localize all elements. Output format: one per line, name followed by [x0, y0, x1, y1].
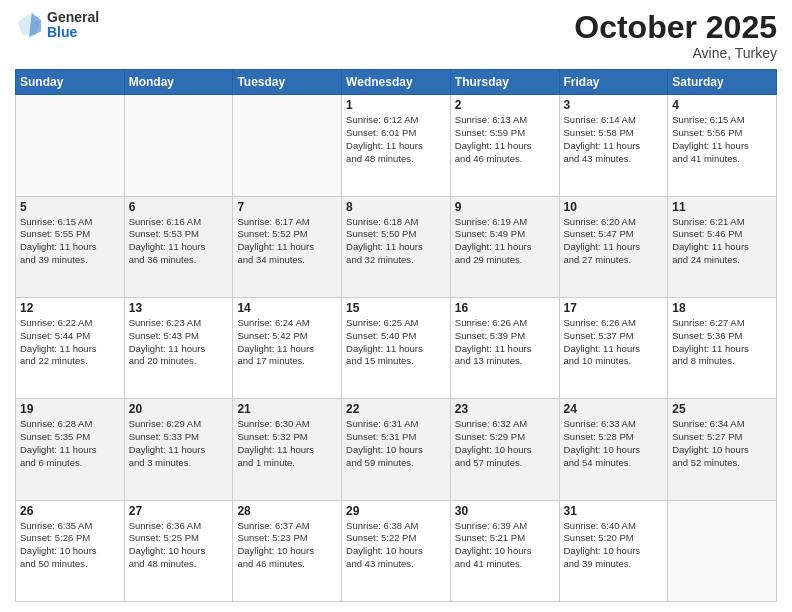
- table-row: 15Sunrise: 6:25 AM Sunset: 5:40 PM Dayli…: [342, 297, 451, 398]
- day-number: 31: [564, 504, 664, 518]
- logo-icon: [15, 11, 43, 39]
- table-row: 5Sunrise: 6:15 AM Sunset: 5:55 PM Daylig…: [16, 196, 125, 297]
- table-row: 19Sunrise: 6:28 AM Sunset: 5:35 PM Dayli…: [16, 399, 125, 500]
- day-info: Sunrise: 6:19 AM Sunset: 5:49 PM Dayligh…: [455, 216, 555, 267]
- day-number: 24: [564, 402, 664, 416]
- day-info: Sunrise: 6:27 AM Sunset: 5:36 PM Dayligh…: [672, 317, 772, 368]
- day-info: Sunrise: 6:14 AM Sunset: 5:58 PM Dayligh…: [564, 114, 664, 165]
- location-subtitle: Avine, Turkey: [574, 45, 777, 61]
- day-number: 21: [237, 402, 337, 416]
- day-info: Sunrise: 6:21 AM Sunset: 5:46 PM Dayligh…: [672, 216, 772, 267]
- day-info: Sunrise: 6:33 AM Sunset: 5:28 PM Dayligh…: [564, 418, 664, 469]
- day-info: Sunrise: 6:15 AM Sunset: 5:55 PM Dayligh…: [20, 216, 120, 267]
- table-row: 25Sunrise: 6:34 AM Sunset: 5:27 PM Dayli…: [668, 399, 777, 500]
- day-info: Sunrise: 6:40 AM Sunset: 5:20 PM Dayligh…: [564, 520, 664, 571]
- day-number: 29: [346, 504, 446, 518]
- table-row: 17Sunrise: 6:26 AM Sunset: 5:37 PM Dayli…: [559, 297, 668, 398]
- day-number: 15: [346, 301, 446, 315]
- day-number: 7: [237, 200, 337, 214]
- day-info: Sunrise: 6:26 AM Sunset: 5:39 PM Dayligh…: [455, 317, 555, 368]
- day-number: 18: [672, 301, 772, 315]
- day-number: 17: [564, 301, 664, 315]
- day-number: 19: [20, 402, 120, 416]
- day-number: 25: [672, 402, 772, 416]
- day-number: 9: [455, 200, 555, 214]
- day-number: 22: [346, 402, 446, 416]
- table-row: 16Sunrise: 6:26 AM Sunset: 5:39 PM Dayli…: [450, 297, 559, 398]
- day-number: 27: [129, 504, 229, 518]
- day-number: 1: [346, 98, 446, 112]
- day-number: 6: [129, 200, 229, 214]
- table-row: 29Sunrise: 6:38 AM Sunset: 5:22 PM Dayli…: [342, 500, 451, 601]
- table-row: 28Sunrise: 6:37 AM Sunset: 5:23 PM Dayli…: [233, 500, 342, 601]
- day-info: Sunrise: 6:26 AM Sunset: 5:37 PM Dayligh…: [564, 317, 664, 368]
- table-row: 30Sunrise: 6:39 AM Sunset: 5:21 PM Dayli…: [450, 500, 559, 601]
- day-number: 23: [455, 402, 555, 416]
- table-row: 23Sunrise: 6:32 AM Sunset: 5:29 PM Dayli…: [450, 399, 559, 500]
- day-info: Sunrise: 6:29 AM Sunset: 5:33 PM Dayligh…: [129, 418, 229, 469]
- day-info: Sunrise: 6:22 AM Sunset: 5:44 PM Dayligh…: [20, 317, 120, 368]
- day-number: 5: [20, 200, 120, 214]
- col-monday: Monday: [124, 70, 233, 95]
- table-row: 31Sunrise: 6:40 AM Sunset: 5:20 PM Dayli…: [559, 500, 668, 601]
- day-number: 28: [237, 504, 337, 518]
- col-thursday: Thursday: [450, 70, 559, 95]
- col-wednesday: Wednesday: [342, 70, 451, 95]
- day-number: 13: [129, 301, 229, 315]
- day-info: Sunrise: 6:13 AM Sunset: 5:59 PM Dayligh…: [455, 114, 555, 165]
- day-number: 12: [20, 301, 120, 315]
- day-number: 26: [20, 504, 120, 518]
- table-row: 12Sunrise: 6:22 AM Sunset: 5:44 PM Dayli…: [16, 297, 125, 398]
- logo: General Blue: [15, 10, 99, 41]
- table-row: 27Sunrise: 6:36 AM Sunset: 5:25 PM Dayli…: [124, 500, 233, 601]
- table-row: 7Sunrise: 6:17 AM Sunset: 5:52 PM Daylig…: [233, 196, 342, 297]
- day-number: 3: [564, 98, 664, 112]
- day-info: Sunrise: 6:25 AM Sunset: 5:40 PM Dayligh…: [346, 317, 446, 368]
- col-friday: Friday: [559, 70, 668, 95]
- table-row: 24Sunrise: 6:33 AM Sunset: 5:28 PM Dayli…: [559, 399, 668, 500]
- table-row: 4Sunrise: 6:15 AM Sunset: 5:56 PM Daylig…: [668, 95, 777, 196]
- table-row: 6Sunrise: 6:16 AM Sunset: 5:53 PM Daylig…: [124, 196, 233, 297]
- day-info: Sunrise: 6:12 AM Sunset: 6:01 PM Dayligh…: [346, 114, 446, 165]
- day-info: Sunrise: 6:20 AM Sunset: 5:47 PM Dayligh…: [564, 216, 664, 267]
- table-row: 8Sunrise: 6:18 AM Sunset: 5:50 PM Daylig…: [342, 196, 451, 297]
- col-sunday: Sunday: [16, 70, 125, 95]
- day-info: Sunrise: 6:17 AM Sunset: 5:52 PM Dayligh…: [237, 216, 337, 267]
- day-number: 14: [237, 301, 337, 315]
- day-info: Sunrise: 6:30 AM Sunset: 5:32 PM Dayligh…: [237, 418, 337, 469]
- table-row: 11Sunrise: 6:21 AM Sunset: 5:46 PM Dayli…: [668, 196, 777, 297]
- day-info: Sunrise: 6:38 AM Sunset: 5:22 PM Dayligh…: [346, 520, 446, 571]
- day-number: 8: [346, 200, 446, 214]
- day-info: Sunrise: 6:37 AM Sunset: 5:23 PM Dayligh…: [237, 520, 337, 571]
- table-row: [16, 95, 125, 196]
- page: General Blue October 2025 Avine, Turkey …: [0, 0, 792, 612]
- day-info: Sunrise: 6:35 AM Sunset: 5:26 PM Dayligh…: [20, 520, 120, 571]
- table-row: 21Sunrise: 6:30 AM Sunset: 5:32 PM Dayli…: [233, 399, 342, 500]
- day-number: 16: [455, 301, 555, 315]
- col-tuesday: Tuesday: [233, 70, 342, 95]
- calendar-table: Sunday Monday Tuesday Wednesday Thursday…: [15, 69, 777, 602]
- table-row: 14Sunrise: 6:24 AM Sunset: 5:42 PM Dayli…: [233, 297, 342, 398]
- calendar-header-row: Sunday Monday Tuesday Wednesday Thursday…: [16, 70, 777, 95]
- day-number: 2: [455, 98, 555, 112]
- day-number: 11: [672, 200, 772, 214]
- table-row: [124, 95, 233, 196]
- day-info: Sunrise: 6:34 AM Sunset: 5:27 PM Dayligh…: [672, 418, 772, 469]
- table-row: 20Sunrise: 6:29 AM Sunset: 5:33 PM Dayli…: [124, 399, 233, 500]
- table-row: 22Sunrise: 6:31 AM Sunset: 5:31 PM Dayli…: [342, 399, 451, 500]
- day-number: 4: [672, 98, 772, 112]
- table-row: 1Sunrise: 6:12 AM Sunset: 6:01 PM Daylig…: [342, 95, 451, 196]
- day-info: Sunrise: 6:28 AM Sunset: 5:35 PM Dayligh…: [20, 418, 120, 469]
- calendar-week-row: 5Sunrise: 6:15 AM Sunset: 5:55 PM Daylig…: [16, 196, 777, 297]
- day-info: Sunrise: 6:39 AM Sunset: 5:21 PM Dayligh…: [455, 520, 555, 571]
- title-block: October 2025 Avine, Turkey: [574, 10, 777, 61]
- header: General Blue October 2025 Avine, Turkey: [15, 10, 777, 61]
- calendar-week-row: 1Sunrise: 6:12 AM Sunset: 6:01 PM Daylig…: [16, 95, 777, 196]
- day-info: Sunrise: 6:18 AM Sunset: 5:50 PM Dayligh…: [346, 216, 446, 267]
- table-row: 18Sunrise: 6:27 AM Sunset: 5:36 PM Dayli…: [668, 297, 777, 398]
- calendar-week-row: 26Sunrise: 6:35 AM Sunset: 5:26 PM Dayli…: [16, 500, 777, 601]
- table-row: 2Sunrise: 6:13 AM Sunset: 5:59 PM Daylig…: [450, 95, 559, 196]
- calendar-week-row: 19Sunrise: 6:28 AM Sunset: 5:35 PM Dayli…: [16, 399, 777, 500]
- table-row: 26Sunrise: 6:35 AM Sunset: 5:26 PM Dayli…: [16, 500, 125, 601]
- day-info: Sunrise: 6:23 AM Sunset: 5:43 PM Dayligh…: [129, 317, 229, 368]
